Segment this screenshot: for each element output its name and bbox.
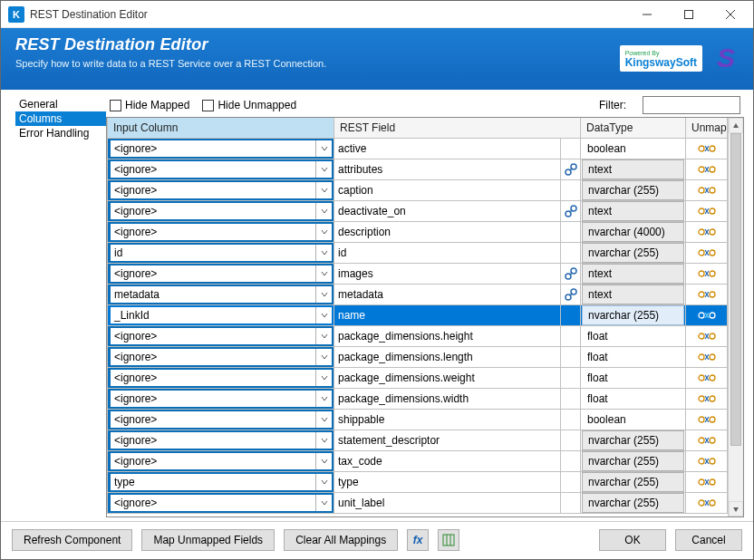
datatype-cell[interactable]: nvarchar (255) (582, 493, 684, 513)
hide-unmapped-checkbox[interactable]: Hide Unmapped (202, 99, 296, 111)
table-row[interactable]: <ignore>package_dimensions.heightfloat (108, 325, 728, 346)
vertical-scrollbar[interactable] (728, 118, 743, 517)
datatype-cell[interactable]: nvarchar (255) (582, 180, 684, 200)
minimize-button[interactable] (626, 1, 668, 28)
header-unmap[interactable]: Unmap (686, 118, 728, 138)
table-row[interactable]: <ignore>statement_descriptornvarchar (25… (108, 430, 728, 450)
unmap-button[interactable] (686, 180, 727, 200)
link-icon[interactable] (561, 264, 580, 284)
app-icon: K (8, 6, 24, 23)
unmap-button[interactable] (686, 222, 727, 242)
datatype-cell[interactable]: nvarchar (255) (582, 430, 684, 450)
table-row[interactable]: ididnvarchar (255) (108, 242, 728, 263)
table-row[interactable]: <ignore>unit_labelnvarchar (255) (108, 492, 728, 513)
unmap-button[interactable] (686, 389, 727, 409)
table-row[interactable]: typetypenvarchar (255) (108, 471, 728, 492)
input-column-dropdown[interactable]: <ignore> (108, 159, 334, 179)
input-column-dropdown[interactable]: <ignore> (108, 180, 334, 200)
header-input-column[interactable]: Input Column (108, 118, 334, 138)
datatype-cell[interactable]: ntext (582, 159, 684, 179)
ok-button[interactable]: OK (599, 529, 666, 551)
unmap-button[interactable] (686, 451, 727, 471)
datatype-cell[interactable]: nvarchar (255) (582, 472, 684, 492)
datatype-cell[interactable]: nvarchar (255) (582, 243, 684, 263)
unmap-button[interactable] (686, 326, 727, 346)
datatype-cell[interactable]: nvarchar (4000) (582, 222, 684, 242)
unmap-button[interactable] (686, 285, 727, 304)
rest-field-cell: statement_descriptor (334, 430, 560, 450)
datatype-cell[interactable]: nvarchar (255) (582, 451, 684, 471)
header-datatype[interactable]: DataType (581, 118, 686, 138)
input-column-dropdown[interactable]: id (108, 243, 334, 263)
clear-all-mappings-button[interactable]: Clear All Mappings (284, 529, 398, 551)
header-rest-field[interactable]: REST Field (334, 118, 581, 138)
table-row[interactable]: <ignore>package_dimensions.weightfloat (108, 367, 728, 388)
refresh-component-button[interactable]: Refresh Component (12, 529, 132, 551)
unmap-button[interactable] (686, 430, 727, 450)
table-row[interactable]: <ignore>captionnvarchar (255) (108, 179, 728, 200)
sidebar-item-error-handling[interactable]: Error Handling (15, 126, 106, 140)
table-row[interactable]: <ignore>package_dimensions.lengthfloat (108, 346, 728, 367)
table-row[interactable]: metadatametadatantext (108, 284, 728, 304)
maximize-button[interactable] (668, 1, 710, 28)
unmap-button[interactable] (686, 201, 727, 221)
link-icon[interactable] (561, 159, 580, 179)
datatype-cell[interactable]: nvarchar (255) (582, 305, 684, 325)
input-column-dropdown[interactable]: _LinkId (108, 305, 334, 325)
expression-button[interactable]: fx (407, 529, 429, 551)
cancel-button[interactable]: Cancel (675, 529, 742, 551)
link-icon (561, 326, 580, 346)
sidebar-item-general[interactable]: General (15, 97, 106, 111)
input-column-dropdown[interactable]: <ignore> (108, 201, 334, 221)
unmap-button[interactable] (686, 139, 727, 159)
input-column-dropdown[interactable]: <ignore> (108, 451, 334, 471)
table-row[interactable]: <ignore>imagesntext (108, 263, 728, 284)
unmap-button[interactable] (686, 493, 727, 513)
input-column-dropdown[interactable]: <ignore> (108, 368, 334, 388)
input-column-dropdown[interactable]: <ignore> (108, 389, 334, 409)
sidebar-item-columns[interactable]: Columns (15, 111, 106, 126)
input-column-dropdown[interactable]: <ignore> (108, 264, 334, 284)
close-button[interactable] (710, 1, 751, 28)
columns-layout-button[interactable] (438, 529, 459, 551)
table-row[interactable]: <ignore>attributesntext (108, 159, 728, 179)
input-column-dropdown[interactable]: metadata (108, 285, 334, 304)
unmap-button[interactable] (686, 159, 727, 179)
input-column-dropdown[interactable]: <ignore> (108, 410, 334, 430)
datatype-cell[interactable]: ntext (582, 285, 684, 304)
datatype-cell: boolean (582, 410, 684, 430)
unmap-button[interactable] (686, 264, 727, 284)
unmap-button[interactable] (686, 243, 727, 263)
unmap-button[interactable] (686, 305, 727, 325)
table-row[interactable]: <ignore>tax_codenvarchar (255) (108, 450, 728, 471)
scroll-up-icon[interactable] (729, 118, 743, 133)
map-unmapped-fields-button[interactable]: Map Unmapped Fields (141, 529, 275, 551)
table-row[interactable]: <ignore>descriptionnvarchar (4000) (108, 221, 728, 242)
table-row[interactable]: <ignore>package_dimensions.widthfloat (108, 388, 728, 409)
table-row[interactable]: <ignore>shippableboolean (108, 409, 728, 430)
input-column-dropdown[interactable]: <ignore> (108, 493, 334, 513)
input-column-dropdown[interactable]: <ignore> (108, 430, 334, 450)
unmap-button[interactable] (686, 410, 727, 430)
input-column-dropdown[interactable]: <ignore> (108, 326, 334, 346)
datatype-cell[interactable]: ntext (582, 264, 684, 284)
unmap-button[interactable] (686, 472, 727, 492)
filter-input[interactable] (643, 96, 740, 114)
input-column-dropdown[interactable]: <ignore> (108, 347, 334, 367)
unmap-button[interactable] (686, 368, 727, 388)
unmap-button[interactable] (686, 347, 727, 367)
unmap-icon (698, 184, 716, 197)
input-column-dropdown[interactable]: <ignore> (108, 222, 334, 242)
link-icon[interactable] (561, 285, 580, 304)
input-column-dropdown[interactable]: type (108, 472, 334, 492)
chevron-down-icon (315, 203, 332, 219)
table-row[interactable]: <ignore>deactivate_onntext (108, 200, 728, 221)
input-column-dropdown[interactable]: <ignore> (108, 139, 334, 159)
hide-mapped-checkbox[interactable]: Hide Mapped (110, 99, 189, 111)
table-row[interactable]: _LinkIdnamenvarchar (255) (108, 304, 728, 325)
scrollbar-thumb[interactable] (730, 133, 741, 446)
link-icon[interactable] (561, 201, 580, 221)
scroll-down-icon[interactable] (729, 501, 743, 517)
datatype-cell[interactable]: ntext (582, 201, 684, 221)
table-row[interactable]: <ignore>activeboolean (108, 138, 728, 159)
